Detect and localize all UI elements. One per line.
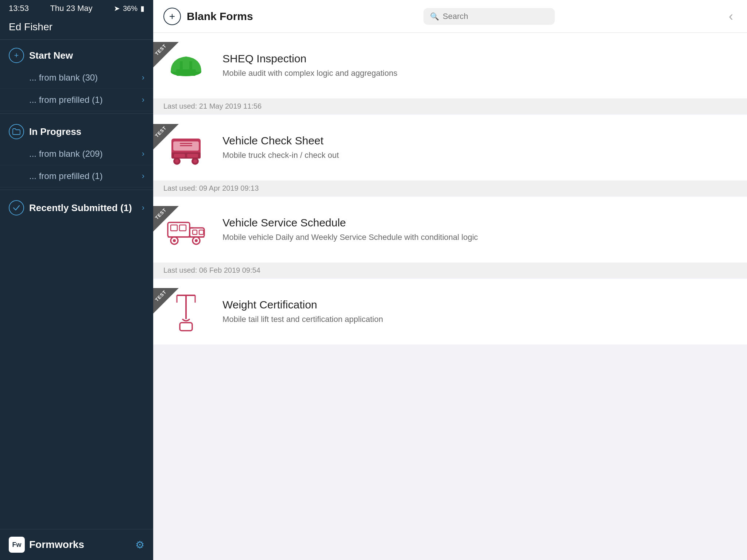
sheq-icon — [166, 46, 206, 86]
form-subtitle-vehicle-service: Mobile vehicle Daily and Weekly Service … — [222, 232, 737, 243]
form-content-vehicle-service: Vehicle Service Schedule Mobile vehicle … — [219, 217, 737, 243]
form-icon-area-sheq: TEST — [153, 46, 219, 86]
form-content-weight-cert: Weight Certification Mobile tail lift te… — [219, 299, 737, 325]
section-divider-2 — [0, 190, 153, 190]
form-content-vehicle-check: Vehicle Check Sheet Mobile truck check-i… — [219, 135, 737, 161]
battery-icon: ▮ — [140, 4, 144, 13]
from-prefilled-progress-arrow: › — [142, 171, 144, 181]
form-item-weight-cert[interactable]: TEST Weight Certification Mobile tail li… — [153, 279, 747, 345]
svg-rect-19 — [179, 225, 186, 231]
from-blank-progress-arrow: › — [142, 149, 144, 159]
back-button[interactable]: ‹ — [725, 9, 737, 24]
form-title-vehicle-service: Vehicle Service Schedule — [222, 217, 737, 229]
svg-point-10 — [175, 159, 179, 163]
battery-percent: 36% — [123, 4, 138, 13]
svg-rect-2 — [180, 61, 183, 71]
from-blank-progress-label: ... from blank (209) — [29, 149, 102, 159]
from-blank-start-arrow: › — [142, 73, 144, 82]
form-title-vehicle-check: Vehicle Check Sheet — [222, 135, 737, 147]
svg-rect-13 — [180, 143, 192, 144]
svg-rect-18 — [171, 225, 177, 231]
form-icon-area-vehicle-check: TEST — [153, 128, 219, 168]
recently-submitted-left: Recently Submitted (1) — [9, 200, 132, 215]
form-item-vehicle-service[interactable]: TEST — [153, 197, 747, 278]
form-subtitle-vehicle-check: Mobile truck check-in / check out — [222, 150, 737, 161]
form-item-sheq-main: TEST SHEQ Inspection Mobile audit with c… — [153, 33, 747, 98]
svg-point-12 — [193, 159, 197, 163]
form-subtitle-weight-cert: Mobile tail lift test and certification … — [222, 314, 737, 325]
recently-submitted[interactable]: Recently Submitted (1) › — [0, 192, 153, 223]
brand-icon: Fw — [9, 537, 25, 553]
form-item-weight-cert-main: TEST Weight Certification Mobile tail li… — [153, 279, 747, 345]
recently-submitted-arrow: › — [142, 203, 144, 213]
form-icon-area-weight-cert: TEST — [153, 292, 219, 332]
from-blank-start-label: ... from blank (30) — [29, 73, 98, 83]
svg-point-24 — [173, 239, 176, 242]
status-time: 13:53 — [9, 4, 29, 13]
vehicle-check-icon — [166, 128, 206, 168]
main-title: Blank Forms — [187, 10, 253, 23]
brand-name: Formworks — [29, 539, 84, 551]
svg-rect-3 — [189, 61, 192, 71]
vehicle-service-icon — [164, 210, 208, 250]
svg-rect-20 — [193, 230, 197, 234]
weight-cert-icon — [166, 292, 206, 332]
section-divider-1 — [0, 113, 153, 114]
start-new-section: + Start New ... from blank (30) › ... fr… — [0, 40, 153, 111]
from-blank-progress[interactable]: ... from blank (209) › — [0, 143, 153, 165]
form-title-sheq: SHEQ Inspection — [222, 52, 737, 65]
check-circle-icon — [9, 200, 24, 215]
form-item-sheq[interactable]: TEST SHEQ Inspection Mobile audit with c… — [153, 33, 747, 114]
in-progress-section: In Progress ... from blank (209) › ... f… — [0, 116, 153, 187]
form-separator-sheq: Last used: 21 May 2019 11:56 — [153, 98, 747, 114]
start-new-title: Start New — [29, 50, 73, 61]
svg-rect-8 — [187, 154, 198, 158]
gear-button[interactable]: ⚙ — [135, 539, 144, 551]
user-name: Ed Fisher — [0, 16, 153, 39]
from-prefilled-progress[interactable]: ... from prefilled (1) › — [0, 165, 153, 187]
brand-logo: Fw Formworks — [9, 537, 84, 553]
form-icon-area-vehicle-service: TEST — [153, 210, 219, 250]
start-new-header[interactable]: + Start New — [0, 40, 153, 67]
sidebar: 13:53 Thu 23 May ➤ 36% ▮ Ed Fisher + Sta… — [0, 0, 153, 560]
in-progress-title: In Progress — [29, 126, 81, 137]
main-header: + Blank Forms 🔍 ‹ — [153, 0, 747, 33]
svg-rect-32 — [180, 323, 192, 331]
status-bar: 13:53 Thu 23 May ➤ 36% ▮ — [0, 0, 153, 16]
from-prefilled-start-label: ... from prefilled (1) — [29, 95, 102, 105]
svg-rect-7 — [174, 154, 185, 158]
sidebar-footer: Fw Formworks ⚙ — [0, 529, 153, 560]
in-progress-header[interactable]: In Progress — [0, 116, 153, 143]
from-prefilled-progress-label: ... from prefilled (1) — [29, 171, 102, 181]
search-icon: 🔍 — [430, 12, 439, 21]
svg-rect-1 — [176, 69, 196, 76]
form-item-vehicle-service-main: TEST — [153, 197, 747, 262]
form-subtitle-sheq: Mobile audit with complex logic and aggr… — [222, 68, 737, 79]
header-right: ‹ — [725, 9, 737, 24]
from-blank-start[interactable]: ... from blank (30) › — [0, 67, 153, 89]
form-content-sheq: SHEQ Inspection Mobile audit with comple… — [219, 52, 737, 79]
location-icon: ➤ — [114, 4, 120, 13]
svg-rect-21 — [199, 230, 204, 234]
search-input[interactable] — [443, 12, 548, 21]
from-prefilled-start[interactable]: ... from prefilled (1) › — [0, 89, 153, 111]
form-title-weight-cert: Weight Certification — [222, 299, 737, 311]
form-separator-vehicle-service: Last used: 06 Feb 2019 09:54 — [153, 262, 747, 278]
start-new-icon: + — [9, 48, 24, 63]
add-button[interactable]: + — [163, 8, 181, 25]
in-progress-icon — [9, 124, 24, 139]
svg-point-26 — [195, 239, 198, 242]
recently-submitted-title: Recently Submitted (1) — [29, 202, 132, 214]
status-right: ➤ 36% ▮ — [114, 4, 144, 13]
header-left: + Blank Forms — [163, 8, 253, 25]
form-separator-vehicle-check: Last used: 09 Apr 2019 09:13 — [153, 180, 747, 196]
add-icon: + — [169, 11, 175, 22]
forms-list: TEST SHEQ Inspection Mobile audit with c… — [153, 33, 747, 560]
form-item-vehicle-check[interactable]: TEST — [153, 115, 747, 196]
status-date: Thu 23 May — [50, 4, 92, 13]
search-bar[interactable]: 🔍 — [423, 8, 555, 25]
main-content: + Blank Forms 🔍 ‹ TEST — [153, 0, 747, 560]
from-prefilled-start-arrow: › — [142, 95, 144, 105]
svg-rect-14 — [180, 145, 192, 146]
form-item-vehicle-check-main: TEST — [153, 115, 747, 180]
